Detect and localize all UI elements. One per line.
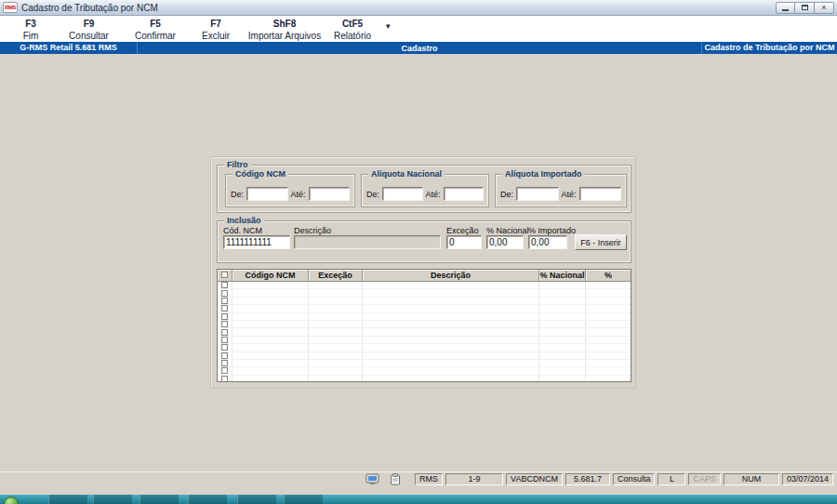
table-cell xyxy=(218,328,232,335)
row-checkbox[interactable] xyxy=(221,337,228,343)
table-row[interactable] xyxy=(218,328,631,336)
start-button[interactable] xyxy=(4,497,19,504)
table-row[interactable] xyxy=(218,298,631,305)
row-checkbox[interactable] xyxy=(221,376,228,382)
aliquota-importado-de-input[interactable] xyxy=(516,187,558,201)
status-l-flag: L xyxy=(658,473,685,485)
column-header-importado[interactable]: % Importado xyxy=(586,270,631,281)
toolbar-dropdown-icon[interactable]: ▾ xyxy=(386,21,391,31)
header-app-version: G-RMS Retail 5.681 RMS xyxy=(0,42,138,54)
taskbar-button[interactable] xyxy=(140,495,179,504)
row-checkbox[interactable] xyxy=(221,344,228,351)
app-window: RMS Cadastro de Tributação por NCM × F3 … xyxy=(0,0,837,495)
toolbar-label: Consultar xyxy=(54,31,124,41)
taskbar-button[interactable] xyxy=(284,495,323,504)
row-checkbox[interactable] xyxy=(221,305,228,312)
aliquota-importado-ate-input[interactable] xyxy=(579,187,621,201)
toolbar-button-consultar[interactable]: F9 Consultar xyxy=(54,16,124,41)
table-cell xyxy=(232,352,309,359)
status-range: 1-9 xyxy=(445,473,503,485)
nacional-label: % Nacional xyxy=(486,226,529,235)
table-row[interactable] xyxy=(218,344,631,351)
taskbar-button[interactable] xyxy=(237,495,276,504)
table-row[interactable] xyxy=(218,282,631,289)
toolbar-key: F5 xyxy=(124,19,187,29)
taskbar-button[interactable] xyxy=(188,495,227,504)
table-row[interactable] xyxy=(218,289,631,297)
table-row[interactable] xyxy=(218,367,631,375)
table-row[interactable] xyxy=(218,352,631,360)
select-all-checkbox[interactable] xyxy=(221,272,228,278)
toolbar-key: F9 xyxy=(54,19,124,29)
column-header-descricao[interactable]: Descrição xyxy=(363,270,539,281)
table-cell xyxy=(363,352,539,359)
table-row[interactable] xyxy=(218,313,631,321)
table-cell xyxy=(539,305,586,312)
nacional-input[interactable] xyxy=(486,235,524,249)
status-bar: RMS 1-9 VABCDNCM 5.681.7 Consulta L CAPS… xyxy=(0,471,837,485)
codigo-ncm-de-input[interactable] xyxy=(246,187,287,201)
row-checkbox[interactable] xyxy=(221,329,228,336)
f6-inserir-button[interactable]: F6 - Inserir xyxy=(575,234,627,250)
column-header-nacional[interactable]: % Nacional xyxy=(539,270,586,281)
table-cell xyxy=(586,376,631,382)
table-cell xyxy=(363,298,539,304)
table-row[interactable] xyxy=(218,305,631,312)
table-row[interactable] xyxy=(218,360,631,367)
table-cell xyxy=(232,376,309,382)
row-checkbox[interactable] xyxy=(221,290,228,297)
table-cell xyxy=(539,344,586,351)
header-screen-name: Cadastro de Tributação por NCM xyxy=(701,42,837,54)
table-row[interactable] xyxy=(218,337,631,344)
status-icons xyxy=(364,473,405,485)
row-checkbox[interactable] xyxy=(221,321,228,327)
column-header-codigo-ncm[interactable]: Código NCM xyxy=(232,270,309,281)
table-cell xyxy=(218,360,232,366)
close-button[interactable]: × xyxy=(815,2,834,14)
filter-group-aliquota-importado: Alíquota Importado De: Até: xyxy=(495,174,627,207)
row-checkbox[interactable] xyxy=(221,282,228,288)
codigo-ncm-ate-input[interactable] xyxy=(309,187,350,201)
toolbar-button-excluir[interactable]: F7 Excluir xyxy=(187,16,245,41)
aliquota-nacional-ate-input[interactable] xyxy=(444,187,484,201)
excecao-input[interactable] xyxy=(446,235,482,249)
table-cell xyxy=(232,337,309,343)
row-checkbox[interactable] xyxy=(221,360,228,366)
row-checkbox[interactable] xyxy=(221,298,228,304)
results-table: Código NCM Exceção Descrição % Nacional … xyxy=(217,269,631,382)
table-row[interactable] xyxy=(218,376,631,382)
row-checkbox[interactable] xyxy=(221,313,228,320)
toolbar-button-relatorio[interactable]: CtF5 Relatório xyxy=(325,16,380,41)
row-checkbox[interactable] xyxy=(221,367,228,374)
status-date: 03/07/2014 xyxy=(782,473,833,485)
toolbar-key: F3 xyxy=(7,19,54,29)
table-cell xyxy=(363,337,539,343)
table-cell xyxy=(539,376,586,382)
toolbar-button-confirmar[interactable]: F5 Confirmar xyxy=(124,16,187,41)
importado-label: % Importado xyxy=(528,226,576,235)
computer-icon[interactable] xyxy=(364,473,382,485)
importado-input[interactable] xyxy=(528,235,567,249)
cod-ncm-input[interactable] xyxy=(223,235,290,249)
minimize-button[interactable] xyxy=(776,2,795,14)
maximize-icon xyxy=(802,5,808,10)
toolbar-button-fim[interactable]: F3 Fim xyxy=(7,16,54,41)
table-cell xyxy=(363,328,539,335)
header-checkbox-cell xyxy=(218,270,232,281)
title-bar[interactable]: RMS Cadastro de Tributação por NCM × xyxy=(0,0,837,16)
table-row[interactable] xyxy=(218,321,631,328)
table-cell xyxy=(586,289,631,296)
table-cell xyxy=(586,367,631,374)
aliquota-nacional-de-input[interactable] xyxy=(382,187,422,201)
maximize-button[interactable] xyxy=(795,2,815,14)
row-checkbox[interactable] xyxy=(221,352,228,359)
taskbar-button[interactable] xyxy=(93,495,132,504)
toolbar-button-importar-arquivos[interactable]: ShF8 Importar Arquivos xyxy=(245,16,325,41)
header-module: Cadastro xyxy=(138,44,701,53)
table-cell xyxy=(232,344,309,351)
taskbar-button[interactable] xyxy=(48,495,87,504)
status-mode: Consulta xyxy=(613,473,656,485)
status-version: 5.681.7 xyxy=(565,473,610,485)
column-header-excecao[interactable]: Exceção xyxy=(309,270,363,281)
notepad-icon[interactable] xyxy=(386,473,405,485)
